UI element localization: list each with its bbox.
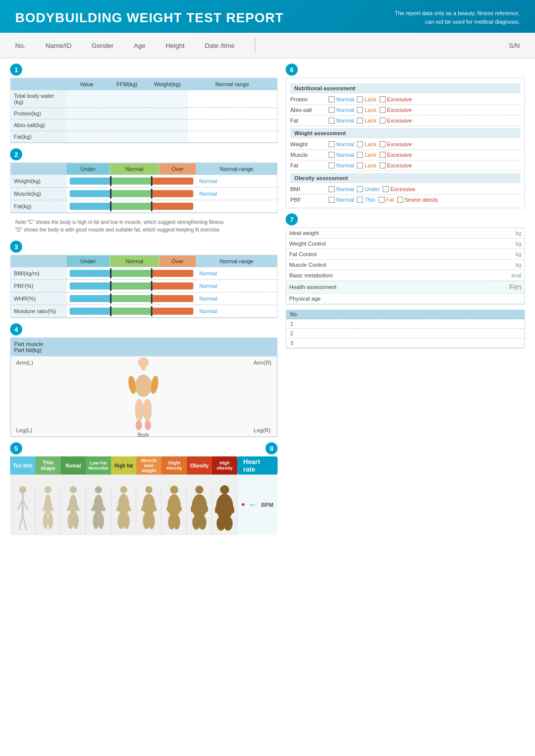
body-figure: Body — [33, 356, 254, 438]
s1-row3-value — [67, 131, 107, 143]
s1-row1-range — [188, 108, 277, 120]
checkbox[interactable] — [357, 197, 363, 203]
bar-marker — [151, 306, 152, 316]
checkbox[interactable] — [329, 197, 335, 203]
checkbox[interactable] — [357, 107, 363, 113]
checkbox[interactable] — [329, 107, 335, 113]
weight-label: Weight — [290, 141, 326, 147]
normal-text: Normal — [199, 296, 217, 302]
svg-point-15 — [44, 486, 51, 493]
excessive-option: Excessive — [390, 186, 415, 192]
normal-option: Normal — [336, 152, 354, 158]
checkbox[interactable] — [329, 186, 335, 192]
s3-col4-header: Normal range — [196, 256, 277, 267]
excessive-option: Excessive — [387, 96, 412, 102]
table-row: Fat(kg) — [11, 131, 277, 143]
checkbox[interactable] — [357, 162, 363, 168]
checkbox[interactable] — [357, 186, 363, 192]
s1-row2-value — [67, 120, 107, 131]
normal-option: Normal — [336, 197, 354, 203]
excessive-option: Excessive — [387, 162, 412, 168]
s2-row0-bar — [67, 175, 196, 188]
segment-bar — [70, 282, 193, 289]
checkbox[interactable] — [380, 141, 386, 147]
checkbox[interactable] — [329, 152, 335, 158]
normal-option: Normal — [336, 162, 354, 168]
checkbox[interactable] — [329, 118, 335, 124]
s1-row1-weight — [147, 108, 188, 120]
abiosalt-label: Abio-salt — [290, 107, 326, 113]
checkbox[interactable] — [380, 118, 386, 124]
checkbox[interactable] — [379, 197, 385, 203]
figure-muscle-over — [136, 485, 162, 535]
checkbox[interactable] — [357, 141, 363, 147]
svg-point-45 — [170, 486, 178, 494]
table-row: Muscle(kg) Normal — [11, 188, 277, 200]
normal-text: Normal — [199, 308, 217, 314]
checkbox[interactable] — [383, 186, 389, 192]
s1-row0-label: Total body water (kg) — [11, 90, 67, 108]
section6-outer: Nutritional assessment Protein Normal La… — [286, 78, 525, 208]
table-row: WHR(%) Normal — [11, 293, 277, 305]
section6-num: 6 — [286, 64, 298, 76]
bar-marker — [151, 294, 152, 304]
checkbox[interactable] — [329, 96, 335, 102]
pbf-label: PBF — [290, 197, 326, 203]
s2-row2-range — [196, 200, 277, 213]
muscle-control-label: Muscle Control — [289, 262, 473, 268]
section5: 5 8 Too thin Thin shape Nomal Low FatMus… — [10, 442, 278, 535]
info-divider — [255, 38, 255, 53]
body-diagram: Arm(L) Leg(L) — [11, 356, 277, 437]
svg-point-50 — [173, 514, 180, 530]
bar-marker — [110, 201, 112, 211]
table-row: Weight(kg) Normal — [11, 175, 277, 188]
section8-num: 8 — [265, 442, 278, 454]
heart-icon — [241, 498, 245, 512]
checkbox[interactable] — [357, 118, 363, 124]
svg-point-20 — [48, 513, 53, 529]
s3-row3-range: Normal — [196, 305, 277, 318]
s3-row1-bar — [67, 280, 196, 293]
bodytype-figures-row: BPM — [10, 475, 278, 535]
leg-r-label: Leg(R) — [254, 427, 272, 433]
section3-table-outer: Under Normal Over Normal range BMI(kg/m) — [10, 255, 278, 318]
report-title: BODYBUILDING WEIGHT TEST REPORT — [15, 10, 284, 26]
normal-text: Normal — [199, 270, 217, 276]
datetime-label: Date /time — [205, 42, 235, 49]
s1-row3-ffm — [107, 131, 147, 143]
s3-col3-header: Over — [159, 256, 196, 267]
check-row-pbf: PBF Normal Thin Fat Sev — [290, 195, 520, 205]
s3-row1-range: Normal — [196, 280, 277, 293]
checkbox[interactable] — [380, 162, 386, 168]
checkbox[interactable] — [397, 197, 403, 203]
section3-num: 3 — [10, 241, 22, 253]
table-row: PBF(%) Normal — [11, 280, 277, 293]
normal-text: Normal — [199, 178, 217, 184]
heartrate-display: BPM — [237, 475, 278, 535]
s2-col1-header: Under — [67, 163, 110, 175]
svg-point-26 — [73, 513, 79, 529]
checkbox[interactable] — [380, 152, 386, 158]
bt-slight-obesity: Slight obesity — [162, 456, 187, 475]
svg-rect-1 — [141, 367, 145, 370]
s1-row2-label: Abio-salt(kg) — [11, 120, 67, 131]
checkbox[interactable] — [357, 96, 363, 102]
section1-table-outer: Value FFM(kg) Weight(kg) Normal range To… — [10, 78, 278, 143]
section2: 2 Under Normal Over Normal range — [10, 148, 278, 236]
svg-point-39 — [145, 486, 152, 493]
excessive-option: Excessive — [387, 152, 412, 158]
checkbox[interactable] — [380, 96, 386, 102]
checkbox[interactable] — [329, 141, 335, 147]
s7-weight-control-row: Weight Control kg — [286, 239, 524, 249]
checkbox[interactable] — [380, 107, 386, 113]
bar-marker — [110, 294, 112, 304]
ekg-line — [250, 497, 256, 512]
checkbox[interactable] — [357, 152, 363, 158]
svg-point-27 — [95, 486, 102, 493]
lack-option: Lack — [364, 152, 376, 158]
checkbox[interactable] — [329, 162, 335, 168]
no-label: No. — [15, 42, 25, 49]
section1-table: Value FFM(kg) Weight(kg) Normal range To… — [11, 78, 277, 143]
body-right-col: Arm(R) Leg(R) — [254, 360, 272, 433]
svg-point-38 — [123, 513, 130, 529]
